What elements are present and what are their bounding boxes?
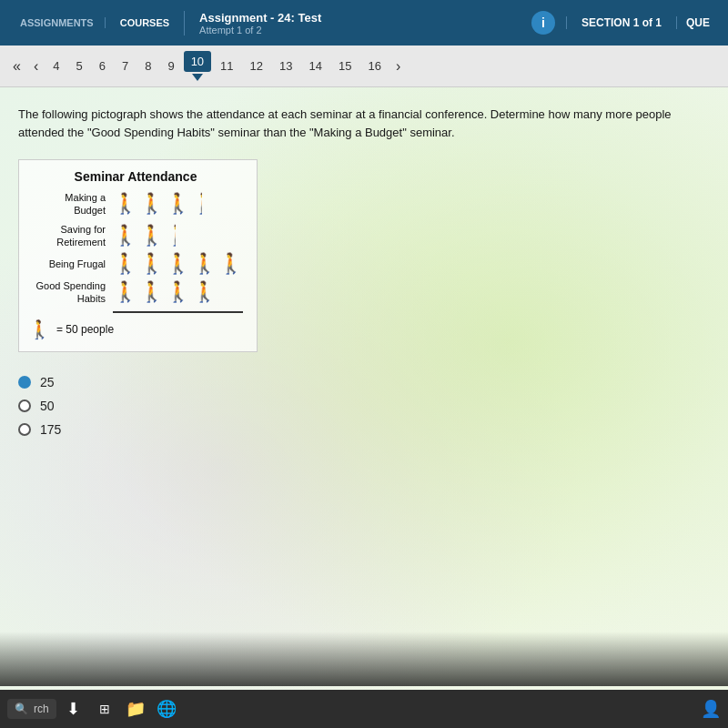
figures-frugal: 🚶 🚶 🚶 🚶 🚶: [113, 254, 243, 274]
taskbar-chrome-icon[interactable]: 🌐: [153, 695, 180, 723]
answer-text-175: 175: [40, 422, 61, 437]
figure-2: 🚶: [139, 194, 164, 214]
top-nav: ASSIGNMENTS COURSES Assignment - 24: Tes…: [0, 0, 728, 46]
pictograph-title: Seminar Attendance: [28, 169, 243, 184]
next-button[interactable]: ›: [390, 55, 406, 78]
pictograph-container: Seminar Attendance Making aBudget 🚶 🚶 🚶 …: [18, 159, 258, 352]
taskbar-task-view-icon[interactable]: ⊞: [91, 695, 118, 723]
first-page-button[interactable]: «: [7, 55, 26, 78]
figure-f1: 🚶: [113, 254, 137, 274]
answer-text-25: 25: [40, 375, 55, 389]
answer-choices: 25 50 175: [18, 375, 710, 437]
figure-f5: 🚶: [218, 254, 243, 274]
figure-f4: 🚶: [192, 254, 217, 274]
answer-option-175[interactable]: 175: [18, 422, 710, 437]
info-button[interactable]: i: [531, 11, 555, 35]
taskbar-search[interactable]: 🔍 rch: [7, 699, 56, 719]
q-num-4[interactable]: 4: [46, 56, 66, 76]
radio-25[interactable]: [18, 376, 31, 389]
q-num-10-container: 10: [184, 51, 211, 81]
legend-text: = 50 people: [56, 323, 114, 336]
figure-g1: 🚶: [113, 282, 137, 302]
q-num-9[interactable]: 9: [160, 56, 181, 76]
question-number-bar: « ‹ 4 5 6 7 8 9 10 11 12 13 14 15 16 ›: [0, 46, 728, 87]
figure-g3: 🚶: [166, 282, 190, 302]
active-indicator: [192, 74, 203, 81]
figures-making-budget: 🚶 🚶 🚶 🚶: [113, 192, 202, 216]
label-making-budget: Making aBudget: [28, 191, 106, 217]
figures-saving: 🚶 🚶 🚶: [113, 224, 176, 248]
figure-f3: 🚶: [166, 254, 190, 274]
section-label: SECTION 1 of 1: [566, 16, 676, 29]
label-saving: Saving forRetirement: [28, 223, 106, 249]
figure-s-half: 🚶: [166, 224, 176, 248]
search-icon: 🔍: [15, 703, 28, 715]
label-frugal: Being Frugal: [28, 258, 106, 270]
q-num-6[interactable]: 6: [92, 56, 113, 76]
radio-175[interactable]: [18, 423, 31, 436]
prev-button[interactable]: ‹: [28, 55, 44, 78]
q-num-8[interactable]: 8: [137, 56, 158, 76]
picto-row-saving: Saving forRetirement 🚶 🚶 🚶: [28, 223, 243, 249]
answer-option-25[interactable]: 25: [18, 375, 710, 389]
taskbar: 🔍 rch ⬇ ⊞ 📁 🌐 👤: [0, 690, 728, 728]
answer-option-50[interactable]: 50: [18, 399, 710, 413]
assignment-title: Assignment - 24: Test: [199, 11, 517, 25]
que-label[interactable]: QUE: [676, 16, 719, 29]
taskbar-cortana-icon[interactable]: ⬇: [60, 695, 87, 723]
q-num-10[interactable]: 10: [184, 51, 211, 72]
main-content: The following pictograph shows the atten…: [0, 87, 728, 724]
taskbar-file-explorer-icon[interactable]: 📁: [122, 695, 149, 723]
q-num-16[interactable]: 16: [360, 56, 388, 76]
figure-s2: 🚶: [139, 226, 164, 246]
pictograph-legend: 🚶 = 50 people: [28, 318, 243, 340]
picto-row-making-budget: Making aBudget 🚶 🚶 🚶 🚶: [28, 191, 243, 217]
q-num-12[interactable]: 12: [243, 56, 270, 76]
search-text: rch: [34, 703, 49, 715]
q-num-14[interactable]: 14: [302, 56, 329, 76]
nav-assignments[interactable]: ASSIGNMENTS: [9, 17, 105, 28]
legend-figure-icon: 🚶: [28, 318, 51, 340]
taskbar-person-icon: 👤: [701, 699, 721, 719]
answer-text-50: 50: [40, 399, 55, 413]
figure-s1: 🚶: [113, 226, 137, 246]
attempt-label: Attempt 1 of 2: [199, 25, 517, 35]
figure-3: 🚶: [166, 194, 190, 214]
nav-courses[interactable]: COURSES: [105, 17, 184, 28]
radio-50[interactable]: [18, 399, 31, 412]
q-num-5[interactable]: 5: [68, 56, 89, 76]
figure-1: 🚶: [113, 194, 137, 214]
q-num-11[interactable]: 11: [213, 56, 240, 76]
picto-row-frugal: Being Frugal 🚶 🚶 🚶 🚶 🚶: [28, 254, 243, 274]
q-num-7[interactable]: 7: [115, 56, 136, 76]
picto-row-spending: Good SpendingHabits 🚶 🚶 🚶 🚶: [28, 279, 243, 306]
figure-g4: 🚶: [192, 282, 217, 302]
nav-assignment-info: Assignment - 24: Test Attempt 1 of 2: [184, 11, 531, 35]
q-num-15[interactable]: 15: [331, 56, 359, 76]
figures-spending: 🚶 🚶 🚶 🚶: [113, 282, 217, 302]
figure-half: 🚶: [192, 192, 202, 216]
figure-f2: 🚶: [139, 254, 164, 274]
q-num-13[interactable]: 13: [272, 56, 299, 76]
fade-overlay: [0, 632, 728, 686]
label-spending: Good SpendingHabits: [28, 279, 106, 306]
question-text: The following pictograph shows the atten…: [18, 106, 710, 141]
figure-g2: 🚶: [139, 282, 164, 302]
